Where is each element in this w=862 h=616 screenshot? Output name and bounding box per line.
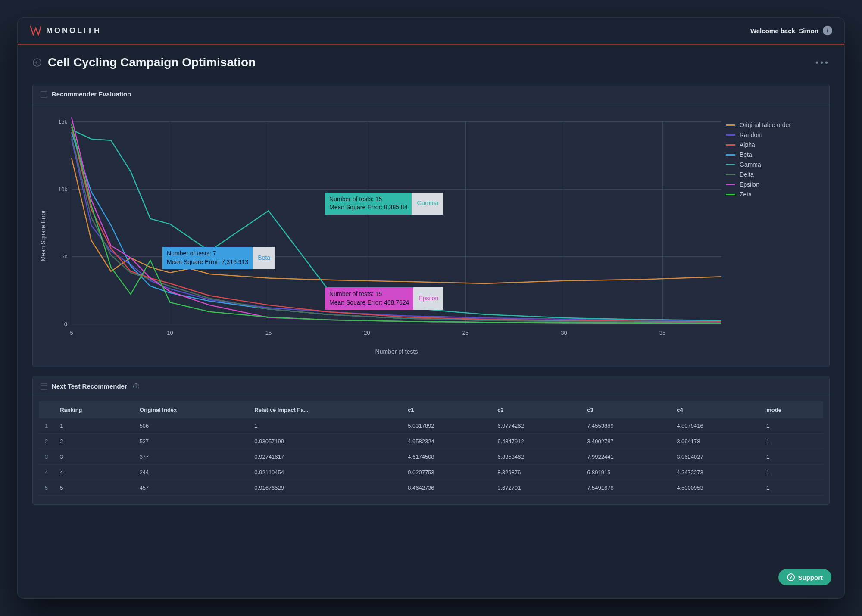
x-tick: 5 [70, 330, 73, 336]
plot[interactable]: 510152025303505k10k15kNumber of tests: 7… [72, 121, 721, 363]
table-cell: 0.93057199 [248, 434, 402, 449]
column-header[interactable]: Original Index [134, 401, 249, 418]
legend-item[interactable]: Original table order [726, 121, 821, 128]
legend: Original table orderRandomAlphaBetaGamma… [726, 104, 829, 367]
table-cell: 4.5000953 [671, 480, 760, 496]
table-row[interactable]: 333770.927416174.61745086.83534627.99224… [39, 449, 823, 465]
table-cell: 3.0624027 [671, 449, 760, 465]
table-cell: 9.672791 [491, 480, 581, 496]
column-header[interactable]: c4 [671, 401, 760, 418]
legend-label: Alpha [740, 141, 755, 148]
y-tick: 15k [50, 118, 67, 125]
column-header[interactable]: c1 [402, 401, 491, 418]
table-cell: 1 [248, 418, 402, 434]
table-panel: Next Test Recommender i RankingOriginal … [32, 376, 830, 505]
table-cell: 1 [760, 465, 823, 480]
support-label: Support [798, 574, 823, 581]
legend-label: Zeta [740, 191, 752, 198]
widget-icon [41, 91, 47, 98]
legend-item[interactable]: Alpha [726, 141, 821, 148]
legend-item[interactable]: Delta [726, 171, 821, 178]
back-icon[interactable] [32, 58, 42, 67]
table-cell: 377 [134, 449, 249, 465]
table-panel-header: Next Test Recommender i [33, 376, 829, 396]
table-row[interactable]: 225270.930571994.95823246.43479123.40027… [39, 434, 823, 449]
column-header[interactable]: c2 [491, 401, 581, 418]
legend-item[interactable]: Beta [726, 151, 821, 158]
table-cell: 527 [134, 434, 249, 449]
x-axis-label: Number of tests [375, 348, 418, 355]
x-tick: 20 [364, 330, 370, 336]
legend-swatch [726, 164, 735, 165]
legend-item[interactable]: Epsilon [726, 181, 821, 188]
x-tick: 25 [462, 330, 468, 336]
x-tick: 10 [167, 330, 173, 336]
x-tick: 30 [561, 330, 567, 336]
column-header[interactable]: c3 [581, 401, 671, 418]
table-cell: 4.2472273 [671, 465, 760, 480]
y-tick: 0 [50, 321, 67, 327]
table-cell: 0.92741617 [248, 449, 402, 465]
legend-item[interactable]: Random [726, 131, 821, 138]
help-icon: ? [787, 573, 795, 581]
brand-logo-icon [30, 25, 42, 36]
table-cell: 0.91676529 [248, 480, 402, 496]
legend-swatch [726, 124, 735, 126]
table-cell: 9.0207753 [402, 465, 491, 480]
titlebar: Cell Cycling Campaign Optimisation ••• [18, 45, 844, 75]
table-cell: 244 [134, 465, 249, 480]
table-cell: 1 [760, 418, 823, 434]
table-cell: 6.801915 [581, 465, 671, 480]
info-icon[interactable]: i [133, 383, 139, 389]
table-cell: 1 [760, 480, 823, 496]
table-cell: 1 [760, 449, 823, 465]
avatar[interactable]: i [823, 26, 832, 35]
legend-swatch [726, 134, 735, 136]
tooltip: Number of tests: 15Mean Square Error: 46… [325, 287, 443, 309]
legend-label: Epsilon [740, 181, 759, 188]
x-tick: 35 [659, 330, 665, 336]
chart-panel: Recommender Evaluation Mean Square Error… [32, 84, 830, 367]
app-window: MONOLITH Welcome back, Simon i Cell Cycl… [17, 17, 845, 599]
table-cell: 3 [54, 449, 133, 465]
y-tick: 10k [50, 186, 67, 192]
chart-area: Mean Square Error 510152025303505k10k15k… [33, 104, 829, 367]
table-cell: 4.9582324 [402, 434, 491, 449]
table-row[interactable]: 1150615.03178926.97742627.45538894.80794… [39, 418, 823, 434]
table-row[interactable]: 554570.916765298.46427369.6727917.549167… [39, 480, 823, 496]
table-cell: 4.6174508 [402, 449, 491, 465]
table-cell: 7.9922441 [581, 449, 671, 465]
column-header[interactable]: mode [760, 401, 823, 418]
legend-label: Beta [740, 151, 752, 158]
column-header[interactable]: Ranking [54, 401, 133, 418]
table-cell: 4.8079416 [671, 418, 760, 434]
x-tick: 15 [265, 330, 272, 336]
column-header[interactable]: Relative Impact Fa... [248, 401, 402, 418]
svg-rect-3 [41, 383, 47, 389]
table-row[interactable]: 442440.921104549.02077538.3298766.801915… [39, 465, 823, 480]
table-cell: 3.064178 [671, 434, 760, 449]
table-cell: 3.4002787 [581, 434, 671, 449]
table-cell: 4 [54, 465, 133, 480]
widget-icon [41, 383, 47, 390]
table-cell: 5.0317892 [402, 418, 491, 434]
table-cell: 2 [54, 434, 133, 449]
legend-swatch [726, 184, 735, 185]
legend-label: Delta [740, 171, 754, 178]
more-menu-icon[interactable]: ••• [815, 58, 830, 68]
support-button[interactable]: ? Support [778, 569, 832, 585]
table-cell: 5 [54, 480, 133, 496]
legend-label: Original table order [740, 121, 791, 128]
legend-label: Random [740, 131, 762, 138]
legend-item[interactable]: Gamma [726, 161, 821, 168]
table-cell: 7.4553889 [581, 418, 671, 434]
table-cell: 1 [760, 434, 823, 449]
chart-panel-header: Recommender Evaluation [33, 84, 829, 104]
table-cell: 457 [134, 480, 249, 496]
welcome-text: Welcome back, Simon i [750, 26, 832, 35]
y-tick: 5k [50, 253, 67, 260]
tooltip: Number of tests: 15Mean Square Error: 8,… [325, 193, 443, 215]
brand-name: MONOLITH [46, 26, 101, 35]
legend-item[interactable]: Zeta [726, 191, 821, 198]
legend-swatch [726, 194, 735, 195]
